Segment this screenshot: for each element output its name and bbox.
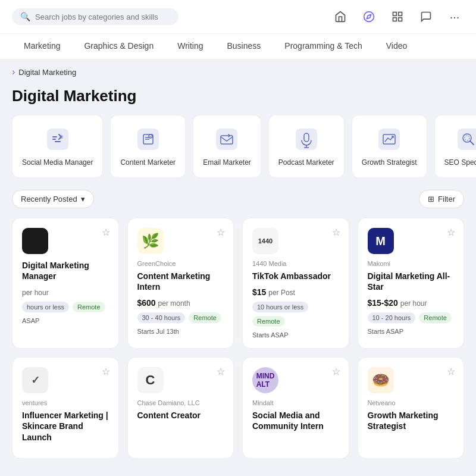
job-tags: hours or less Remote <box>22 302 109 312</box>
category-label: Podcast Marketer <box>278 158 334 167</box>
company-logo: 1440 <box>252 228 278 254</box>
company-logo: C <box>137 367 164 393</box>
growth-strategist-icon <box>376 126 402 152</box>
company-name: Netveano <box>368 399 455 406</box>
company-logo: M <box>368 228 394 254</box>
more-icon[interactable]: ··· <box>445 7 464 26</box>
remote-tag: Remote <box>419 312 452 323</box>
bookmark-icon[interactable]: ☆ <box>447 366 455 377</box>
social-media-icon <box>45 126 71 152</box>
job-title: Social Media and Community Intern <box>252 410 339 431</box>
svg-rect-4 <box>393 18 397 21</box>
category-label: Email Marketer <box>203 158 251 167</box>
header-icons: ··· <box>331 7 464 26</box>
job-tags: 30 - 40 hours Remote <box>137 312 224 323</box>
content-marketer-icon <box>135 126 161 152</box>
tab-graphics[interactable]: Graphics & Design <box>72 34 165 59</box>
company-logo: 🍩 <box>368 367 394 393</box>
job-card-mindalt[interactable]: ☆ MINDALT Mindalt Social Media and Commu… <box>242 357 349 459</box>
svg-rect-3 <box>399 12 402 16</box>
job-title: Content Marketing Intern <box>137 271 224 292</box>
job-pay: $15 per Post <box>252 287 339 297</box>
category-label: SEO Specialist <box>444 158 476 167</box>
chat-icon[interactable] <box>416 7 436 26</box>
category-email-marketer[interactable]: Email Marketer <box>193 115 261 178</box>
svg-marker-1 <box>367 14 371 18</box>
job-title: TikTok Ambassador <box>252 271 339 281</box>
tab-writing[interactable]: Writing <box>165 34 215 59</box>
search-bar[interactable]: 🔍 <box>12 8 178 25</box>
job-card-partial2[interactable]: ☆ ✓ ventures Influencer Marketing | Skin… <box>12 357 119 459</box>
search-icon: 🔍 <box>20 12 30 21</box>
compass-icon[interactable] <box>359 7 378 26</box>
company-name: GreenChoice <box>137 260 224 267</box>
filter-label: Filter <box>438 195 455 203</box>
job-card-partial1[interactable]: ☆ Digital Marketing Manager per hour hou… <box>12 218 119 349</box>
category-growth-strategist[interactable]: Growth Strategist <box>352 115 427 178</box>
bookmark-icon[interactable]: ☆ <box>332 366 340 377</box>
breadcrumb-text: Digital Marketing <box>18 68 76 77</box>
category-label: Growth Strategist <box>362 158 417 167</box>
home-icon[interactable] <box>331 7 350 26</box>
job-card-1440media[interactable]: ☆ 1440 1440 Media TikTok Ambassador $15 … <box>242 218 349 349</box>
bookmark-icon[interactable]: ☆ <box>447 227 455 238</box>
header: 🔍 ··· <box>0 0 476 34</box>
tab-programming[interactable]: Programming & Tech <box>273 34 374 59</box>
seo-specialist-icon <box>455 126 476 152</box>
job-title: Content Creator <box>137 410 224 421</box>
job-start: Starts ASAP <box>368 328 455 335</box>
svg-point-0 <box>364 12 374 22</box>
company-logo: ✓ <box>22 367 48 393</box>
bookmark-icon[interactable]: ☆ <box>217 227 225 238</box>
breadcrumb: › Digital Marketing <box>0 60 476 84</box>
chevron-down-icon: ▾ <box>81 195 85 203</box>
hours-tag: 30 - 40 hours <box>137 312 186 323</box>
sort-label: Recently Posted <box>21 195 77 203</box>
pay-unit: per Post <box>268 289 295 297</box>
svg-rect-23 <box>458 129 476 150</box>
bookmark-icon[interactable]: ☆ <box>332 227 340 238</box>
filter-icon: ⊞ <box>428 195 434 203</box>
bookmark-icon[interactable]: ☆ <box>102 227 110 238</box>
category-seo-specialist[interactable]: SEO Specialist <box>434 115 476 178</box>
job-pay: $15-$20 per hour <box>368 298 455 308</box>
svg-rect-13 <box>216 129 237 150</box>
filter-button[interactable]: ⊞ Filter <box>419 190 464 208</box>
hours-tag: 10 hours or less <box>252 302 308 312</box>
job-card-netveano[interactable]: ☆ 🍩 Netveano Growth Marketing Strategist <box>358 357 465 459</box>
job-start: Starts ASAP <box>252 331 339 339</box>
job-card-greenchoice[interactable]: ☆ 🌿 GreenChoice Content Marketing Intern… <box>127 218 234 349</box>
sort-button[interactable]: Recently Posted ▾ <box>12 190 94 208</box>
bookmark-icon[interactable]: ☆ <box>217 366 225 377</box>
category-content-marketer[interactable]: Content Marketer <box>110 115 186 178</box>
breadcrumb-arrow: › <box>12 67 15 77</box>
company-name: Mindalt <box>252 399 339 406</box>
tab-marketing[interactable]: Marketing <box>12 34 72 59</box>
job-title: Influencer Marketing | Skincare Brand La… <box>22 410 109 443</box>
job-title: Growth Marketing Strategist <box>368 410 455 431</box>
job-card-chase[interactable]: ☆ C Chase Damiano, LLC Content Creator <box>127 357 234 459</box>
sort-bar: Recently Posted ▾ ⊞ Filter <box>0 190 476 218</box>
jobs-grid: ☆ Digital Marketing Manager per hour hou… <box>0 218 476 471</box>
job-tags: 10 hours or less Remote <box>252 302 339 327</box>
hours-tag: 10 - 20 hours <box>368 312 416 323</box>
job-start: ASAP <box>22 317 109 324</box>
job-start: Starts Jul 13th <box>137 328 224 335</box>
svg-rect-5 <box>399 18 402 21</box>
search-input[interactable] <box>35 12 170 21</box>
category-podcast-marketer[interactable]: Podcast Marketer <box>268 115 345 178</box>
job-card-makomi[interactable]: ☆ M Makomi Digital Marketing All-Star $1… <box>358 218 465 349</box>
company-logo: 🌿 <box>137 228 164 254</box>
tab-video[interactable]: Video <box>374 34 419 59</box>
tab-business[interactable]: Business <box>215 34 273 59</box>
job-title: Digital Marketing All-Star <box>368 271 455 292</box>
job-tags: 10 - 20 hours Remote <box>368 312 455 323</box>
bookmark-icon[interactable]: ☆ <box>102 366 110 377</box>
grid-icon[interactable] <box>388 7 407 26</box>
page-title: Digital Marketing <box>0 84 476 115</box>
category-label: Content Marketer <box>120 158 176 167</box>
category-social-media[interactable]: Social Media Manager <box>12 115 103 178</box>
company-name: Chase Damiano, LLC <box>137 399 224 406</box>
nav-tabs: Marketing Graphics & Design Writing Busi… <box>0 34 476 60</box>
company-logo: MINDALT <box>252 367 278 393</box>
